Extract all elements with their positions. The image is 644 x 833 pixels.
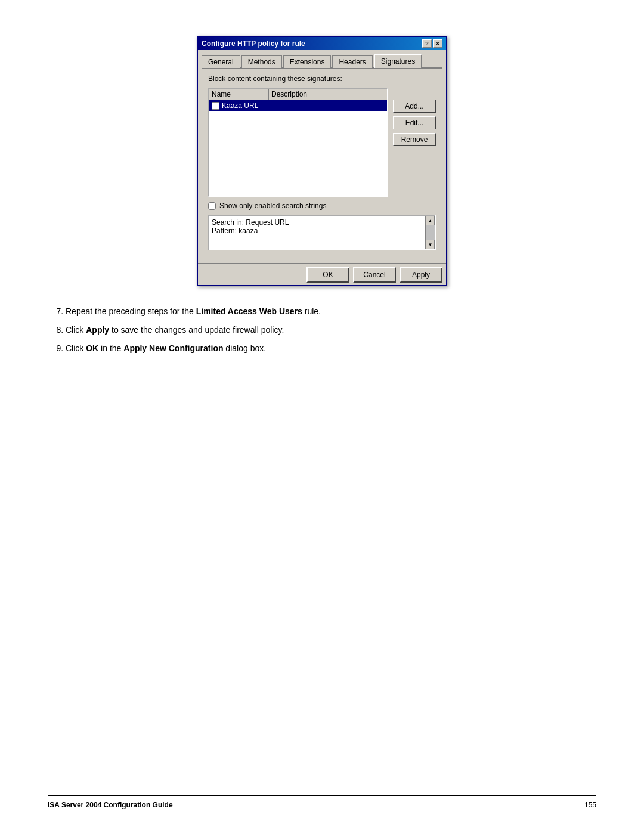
info-line1: Search in: Request URL bbox=[212, 218, 432, 227]
signatures-list: Name Description ✔ Kaaza URL bbox=[208, 88, 388, 197]
footer-title: ISA Server 2004 Configuration Guide bbox=[48, 801, 173, 809]
col-description: Description bbox=[269, 89, 387, 100]
close-button[interactable]: X bbox=[433, 39, 442, 48]
dialog-bottom-buttons: OK Cancel Apply bbox=[198, 263, 446, 285]
page-container: Configure HTTP policy for rule ? X Gener… bbox=[0, 0, 644, 833]
signatures-panel: Block content containing these signature… bbox=[202, 69, 442, 259]
instructions-list: Repeat the preceding steps for the Limit… bbox=[66, 304, 596, 357]
tab-headers[interactable]: Headers bbox=[332, 55, 372, 68]
scroll-up[interactable]: ▲ bbox=[426, 216, 435, 225]
row-name: Kaaza URL bbox=[222, 101, 258, 110]
tab-extensions[interactable]: Extensions bbox=[283, 55, 332, 68]
bold-ok: OK bbox=[86, 343, 98, 353]
page-footer: ISA Server 2004 Configuration Guide 155 bbox=[48, 795, 596, 809]
tab-bar: General Methods Extensions Headers Signa… bbox=[202, 54, 442, 69]
add-button[interactable]: Add... bbox=[393, 100, 436, 113]
dialog-title: Configure HTTP policy for rule bbox=[202, 39, 305, 48]
ok-button[interactable]: OK bbox=[306, 267, 349, 283]
scroll-track bbox=[426, 225, 435, 240]
side-buttons: Add... Edit... Remove bbox=[393, 88, 436, 197]
instruction-item-9: Click OK in the Apply New Configuration … bbox=[66, 341, 596, 356]
help-button[interactable]: ? bbox=[422, 39, 432, 48]
show-enabled-checkbox-row: Show only enabled search strings bbox=[208, 202, 436, 210]
info-box: Search in: Request URL Pattern: kaaza ▲ … bbox=[208, 215, 436, 250]
info-scrollbar: ▲ ▼ bbox=[425, 216, 435, 249]
cancel-button[interactable]: Cancel bbox=[353, 267, 396, 283]
tab-general[interactable]: General bbox=[202, 55, 240, 68]
list-item[interactable]: ✔ Kaaza URL bbox=[209, 100, 387, 111]
instruction-item-7: Repeat the preceding steps for the Limit… bbox=[66, 304, 596, 319]
remove-button[interactable]: Remove bbox=[393, 133, 436, 146]
show-enabled-checkbox[interactable] bbox=[208, 202, 216, 210]
footer-page: 155 bbox=[584, 801, 596, 809]
signatures-list-container: Name Description ✔ Kaaza URL bbox=[208, 88, 436, 197]
instruction-item-8: Click Apply to save the changes and upda… bbox=[66, 323, 596, 337]
edit-button[interactable]: Edit... bbox=[393, 116, 436, 129]
bold-text-7: Limited Access Web Users bbox=[196, 306, 302, 316]
col-name: Name bbox=[209, 89, 269, 100]
bold-apply-new-config: Apply New Configuration bbox=[123, 343, 223, 353]
list-header: Name Description bbox=[209, 89, 387, 100]
dialog-wrapper: Configure HTTP policy for rule ? X Gener… bbox=[48, 36, 596, 286]
list-body: ✔ Kaaza URL bbox=[209, 100, 387, 196]
bold-text-8: Apply bbox=[86, 325, 109, 335]
tab-methods[interactable]: Methods bbox=[242, 55, 282, 68]
show-enabled-label: Show only enabled search strings bbox=[219, 202, 326, 210]
configure-http-dialog: Configure HTTP policy for rule ? X Gener… bbox=[197, 36, 447, 286]
tab-signatures[interactable]: Signatures bbox=[374, 54, 422, 68]
scroll-down[interactable]: ▼ bbox=[426, 240, 435, 249]
apply-button[interactable]: Apply bbox=[400, 267, 442, 283]
instructions: Repeat the preceding steps for the Limit… bbox=[48, 304, 596, 357]
info-line2: Pattern: kaaza bbox=[212, 227, 432, 235]
section-label: Block content containing these signature… bbox=[208, 75, 436, 83]
dialog-content: General Methods Extensions Headers Signa… bbox=[198, 50, 446, 263]
row-checkbox[interactable]: ✔ bbox=[212, 102, 219, 110]
titlebar-buttons: ? X bbox=[422, 39, 442, 48]
dialog-titlebar: Configure HTTP policy for rule ? X bbox=[198, 37, 446, 50]
